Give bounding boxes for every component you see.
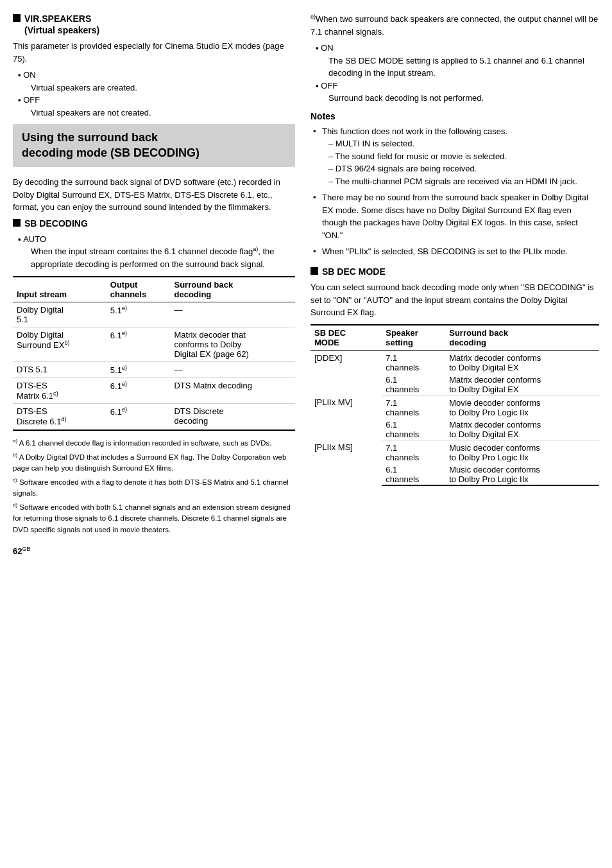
note-e-content: When two surround back speakers are conn… <box>310 14 598 37</box>
page-num-value: 62 <box>13 546 22 556</box>
footnote-b: b) A Dolby Digital DVD that includes a S… <box>13 451 295 474</box>
highlight-box: Using the surround back decoding mode (S… <box>13 124 295 167</box>
off-label: OFF <box>321 81 337 91</box>
footnote-a: a) A 6.1 channel decode flag is informat… <box>13 437 295 449</box>
notes-heading: Notes <box>310 111 599 121</box>
vir-speakers-heading: VIR.SPEAKERS(Virtual speakers) <box>13 13 295 36</box>
cell-output-3: 5.1e) <box>106 361 171 378</box>
note-e-text: e)When two surround back speakers are co… <box>310 13 599 38</box>
footnotes: a) A 6.1 channel decode flag is informat… <box>13 437 295 535</box>
cell-input-3: DTS 5.1 <box>13 361 106 378</box>
dec-ddex-61: Matrix decoder conformsto Dolby Digital … <box>445 374 599 395</box>
ch-mv-61: 6.1channels <box>382 419 445 440</box>
sb-dec-table: SB DECMODE Speakersetting Surround backd… <box>310 324 599 486</box>
note-item-1: This function does not work in the follo… <box>313 125 599 188</box>
th-speaker-setting: Speakersetting <box>382 325 445 351</box>
note-item-2: There may be no sound from the surround … <box>313 191 599 241</box>
table-row: [PLIIx MV] 7.1channels Movie decoder con… <box>310 395 599 419</box>
sb-dec-mode-intro: You can select surround back decoding mo… <box>310 281 599 319</box>
note-dash-3: DTS 96/24 signals are being received. <box>328 162 599 175</box>
auto-label: AUTO <box>23 234 46 244</box>
cell-output-4: 6.1e) <box>106 378 171 404</box>
note-item-3: When "PLIIx" is selected, SB DECODING is… <box>313 245 599 258</box>
ch-mv-71: 7.1channels <box>382 395 445 419</box>
note-2-main: There may be no sound from the surround … <box>322 193 588 240</box>
cell-input-5: DTS-ESDiscrete 6.1d) <box>13 404 106 430</box>
th-input-stream: Input stream <box>13 277 106 302</box>
mode-pliix-mv: [PLIIx MV] <box>310 395 382 440</box>
cell-output-2: 6.1e) <box>106 327 171 361</box>
vir-speakers-body: This parameter is provided especially fo… <box>13 40 295 65</box>
vir-on-label: ON <box>23 70 36 80</box>
vir-on-item: ON Virtual speakers are created. <box>18 69 295 94</box>
page-number: 62GB <box>13 546 295 556</box>
on-label: ON <box>321 43 334 53</box>
table-row: DTS 5.1 5.1e) — <box>13 361 295 378</box>
th-output-channels: Outputchannels <box>106 277 171 302</box>
table-row: Dolby DigitalSurround EXb) 6.1e) Matrix … <box>13 327 295 361</box>
cell-input-2: Dolby DigitalSurround EXb) <box>13 327 106 361</box>
vir-off-item: OFF Virtual speakers are not created. <box>18 94 295 119</box>
auto-detail: When the input stream contains the 6.1 c… <box>31 245 295 270</box>
sb-dec-mode-heading: SB DEC MODE <box>310 266 599 277</box>
on-detail: The SB DEC MODE setting is applied to 5.… <box>328 55 599 80</box>
vir-speakers-title: VIR.SPEAKERS(Virtual speakers) <box>24 13 99 36</box>
notes-list: This function does not work in the follo… <box>313 125 599 258</box>
table-row: Dolby Digital5.1 5.1e) — <box>13 302 295 327</box>
note-dash-4: The multi-channel PCM signals are receiv… <box>328 175 599 188</box>
cell-decoding-2: Matrix decoder thatconforms to DolbyDigi… <box>170 327 295 361</box>
table-row: [DDEX] 7.1channels Matrix decoder confor… <box>310 350 599 374</box>
table-row: DTS-ESMatrix 6.1c) 6.1e) DTS Matrix deco… <box>13 378 295 404</box>
on-off-list: ON The SB DEC MODE setting is applied to… <box>316 42 599 105</box>
note-3-main: When "PLIIx" is selected, SB DECODING is… <box>322 247 568 256</box>
note-dash-2: The sound field for music or movie is se… <box>328 150 599 163</box>
highlight-title-line2: decoding mode (SB DECODING) <box>22 146 200 159</box>
dec-mv-61: Matrix decoder conformsto Dolby Digital … <box>445 419 599 440</box>
sb-decoding-heading: SB DECODING <box>13 218 295 229</box>
right-column: e)When two surround back speakers are co… <box>310 13 599 556</box>
th-sb-dec-mode: SB DECMODE <box>310 325 382 351</box>
sb-intro-text: By decoding the surround back signal of … <box>13 176 295 214</box>
sb-dec-square-icon <box>310 267 318 275</box>
vir-on-detail: Virtual speakers are created. <box>31 82 295 94</box>
cell-output-5: 6.1e) <box>106 404 171 430</box>
sb-decoding-title: SB DECODING <box>24 218 88 229</box>
cell-decoding-3: — <box>170 361 295 378</box>
note-1-dashes: MULTI IN is selected. The sound field fo… <box>328 137 599 187</box>
cell-decoding-1: — <box>170 302 295 327</box>
highlight-title-line1: Using the surround back <box>22 131 158 144</box>
footnote-c: c) Software encoded with a flag to denot… <box>13 476 295 499</box>
heading-square-icon <box>13 14 21 22</box>
ch-ms-71: 7.1channels <box>382 440 445 464</box>
ch-ms-61: 6.1channels <box>382 464 445 485</box>
input-output-table: Input stream Outputchannels Surround bac… <box>13 276 295 431</box>
highlight-title: Using the surround back decoding mode (S… <box>22 130 286 161</box>
dec-ms-61: Music decoder conformsto Dolby Pro Logic… <box>445 464 599 485</box>
on-item: ON The SB DEC MODE setting is applied to… <box>316 42 599 80</box>
left-column: VIR.SPEAKERS(Virtual speakers) This para… <box>13 13 295 556</box>
off-detail: Surround back decoding is not performed. <box>328 92 599 105</box>
table-row: [PLIIx MS] 7.1channels Music decoder con… <box>310 440 599 464</box>
page-layout: VIR.SPEAKERS(Virtual speakers) This para… <box>13 13 599 556</box>
dec-ddex-71: Matrix decoder conformsto Dolby Digital … <box>445 350 599 374</box>
cell-input-1: Dolby Digital5.1 <box>13 302 106 327</box>
note-1-main: This function does not work in the follo… <box>322 126 507 136</box>
dec-ms-71: Music decoder conformsto Dolby Pro Logic… <box>445 440 599 464</box>
cell-input-4: DTS-ESMatrix 6.1c) <box>13 378 106 404</box>
sb-heading-square-icon <box>13 219 21 227</box>
vir-off-label: OFF <box>23 95 40 105</box>
vir-speakers-list: ON Virtual speakers are created. OFF Vir… <box>18 69 295 119</box>
ch-ddex-61: 6.1channels <box>382 374 445 395</box>
mode-pliix-ms: [PLIIx MS] <box>310 440 382 485</box>
th-sb-decoding: Surround backdecoding <box>445 325 599 351</box>
dec-mv-71: Movie decoder conformsto Dolby Pro Logic… <box>445 395 599 419</box>
th-surround-back-decoding: Surround backdecoding <box>170 277 295 302</box>
footnote-d: d) Software encoded with both 5.1 channe… <box>13 501 295 535</box>
auto-list: AUTO When the input stream contains the … <box>18 233 295 271</box>
cell-decoding-5: DTS Discretedecoding <box>170 404 295 430</box>
ch-ddex-71: 7.1channels <box>382 350 445 374</box>
off-item: OFF Surround back decoding is not perfor… <box>316 80 599 105</box>
vir-off-detail: Virtual speakers are not created. <box>31 107 295 119</box>
note-dash-1: MULTI IN is selected. <box>328 137 599 150</box>
table-row: DTS-ESDiscrete 6.1d) 6.1e) DTS Discreted… <box>13 404 295 430</box>
